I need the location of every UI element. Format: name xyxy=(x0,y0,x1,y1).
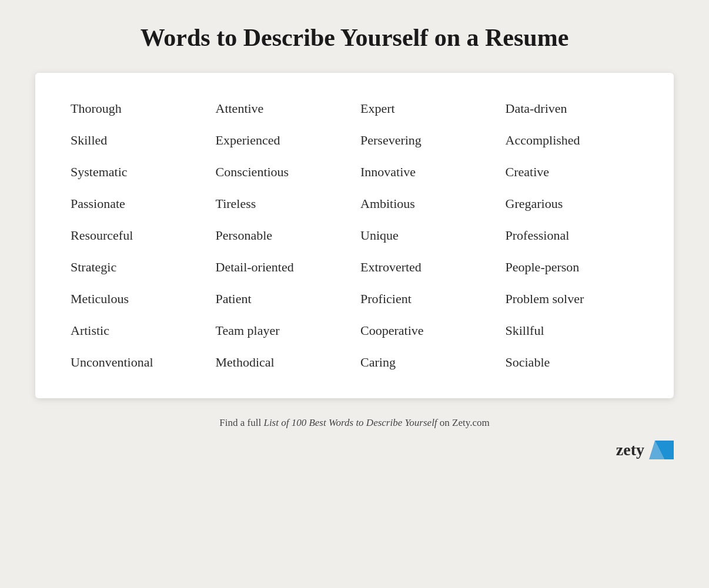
zety-logo-icon xyxy=(649,439,674,461)
word-item: Caring xyxy=(360,355,494,370)
word-item: People-person xyxy=(506,260,639,275)
word-grid: ThoroughAttentiveExpertData-drivenSkille… xyxy=(71,101,638,370)
brand-row: zety xyxy=(35,439,674,461)
word-item: Proficient xyxy=(360,291,494,307)
word-item: Professional xyxy=(506,228,639,243)
word-item: Experienced xyxy=(216,133,349,148)
word-item: Artistic xyxy=(71,323,204,338)
word-item: Strategic xyxy=(71,260,204,275)
word-item: Gregarious xyxy=(506,196,639,211)
word-item: Unconventional xyxy=(71,355,204,370)
page-title: Words to Describe Yourself on a Resume xyxy=(141,23,569,52)
word-item: Creative xyxy=(506,164,639,180)
word-item: Attentive xyxy=(216,101,349,116)
footer-text: Find a full List of 100 Best Words to De… xyxy=(219,417,489,429)
word-item: Skillful xyxy=(506,323,639,338)
word-item: Sociable xyxy=(506,355,639,370)
word-item: Resourceful xyxy=(71,228,204,243)
word-item: Team player xyxy=(216,323,349,338)
word-item: Extroverted xyxy=(360,260,494,275)
footer-italic: List of 100 Best Words to Describe Yours… xyxy=(263,417,437,428)
word-item: Systematic xyxy=(71,164,204,180)
word-item: Ambitious xyxy=(360,196,494,211)
word-item: Innovative xyxy=(360,164,494,180)
word-item: Patient xyxy=(216,291,349,307)
word-item: Accomplished xyxy=(506,133,639,148)
word-item: Thorough xyxy=(71,101,204,116)
footer-before: Find a full xyxy=(219,417,263,428)
brand-name: zety xyxy=(616,441,644,459)
word-item: Unique xyxy=(360,228,494,243)
word-item: Persevering xyxy=(360,133,494,148)
word-item: Methodical xyxy=(216,355,349,370)
word-item: Meticulous xyxy=(71,291,204,307)
word-item: Skilled xyxy=(71,133,204,148)
word-item: Tireless xyxy=(216,196,349,211)
word-item: Passionate xyxy=(71,196,204,211)
word-item: Detail-oriented xyxy=(216,260,349,275)
word-item: Cooperative xyxy=(360,323,494,338)
word-item: Data-driven xyxy=(506,101,639,116)
word-item: Problem solver xyxy=(506,291,639,307)
footer-after: on Zety.com xyxy=(437,417,490,428)
word-item: Personable xyxy=(216,228,349,243)
word-card: ThoroughAttentiveExpertData-drivenSkille… xyxy=(35,73,674,398)
word-item: Conscientious xyxy=(216,164,349,180)
word-item: Expert xyxy=(360,101,494,116)
